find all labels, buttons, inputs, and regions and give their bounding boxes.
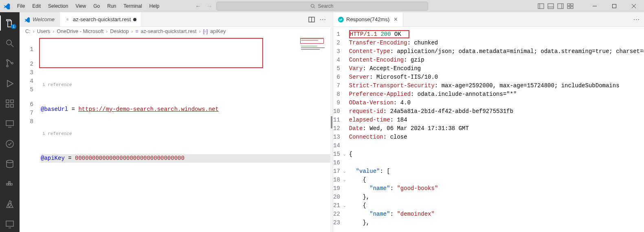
bc-seg[interactable]: az-search-quickstart.rest: [141, 29, 197, 34]
code-content-left[interactable]: 1 reference @baseUrl = https://my-demo-s…: [41, 36, 330, 232]
rest-file-icon: ≡: [65, 17, 70, 22]
fold-chevron-icon[interactable]: ⌄: [343, 201, 346, 210]
menu-run[interactable]: Run: [104, 2, 119, 11]
search-icon: [310, 4, 315, 9]
svg-rect-33: [6, 221, 13, 226]
tab-actions-right: ···: [629, 12, 644, 27]
nav-back-icon[interactable]: ←: [195, 3, 201, 9]
nav-arrows: ← →: [195, 3, 212, 9]
svg-rect-9: [571, 4, 573, 6]
more-actions-icon[interactable]: ···: [320, 16, 326, 23]
menu-help[interactable]: Help: [146, 2, 163, 11]
tab-rest-file[interactable]: ≡ az-search-quickstart.rest: [60, 12, 142, 27]
menu-go[interactable]: Go: [90, 2, 103, 11]
svg-point-27: [6, 140, 13, 148]
response-icon: ⇄: [338, 17, 344, 22]
svg-rect-21: [6, 100, 9, 103]
layout-sidebar-right-icon[interactable]: [557, 3, 564, 9]
window-maximize-button[interactable]: [606, 0, 623, 12]
svg-rect-10: [567, 7, 570, 9]
fold-chevron-icon[interactable]: ⌄: [343, 176, 346, 184]
vscode-icon: [24, 17, 30, 22]
activity-bar: 1: [0, 12, 20, 232]
tab-response[interactable]: ⇄ Response(742ms) ✕: [333, 12, 403, 27]
tab-label: Response(742ms): [346, 16, 389, 22]
svg-line-17: [11, 44, 13, 47]
fold-chevron-icon[interactable]: ⌄: [343, 167, 346, 176]
nav-forward-icon[interactable]: →: [207, 3, 212, 9]
editor-left[interactable]: 1 2 3 4 5 6 7 8 1 reference @baseUrl = h…: [20, 36, 330, 232]
title-bar-right: [538, 0, 642, 12]
activity-explorer[interactable]: 1: [0, 15, 20, 31]
editor-right[interactable]: 1234567891011121314151617181920212223 HT…: [333, 27, 644, 232]
codelens-ref[interactable]: 1 reference: [41, 82, 330, 88]
bc-seg[interactable]: Desktop: [110, 29, 129, 34]
svg-rect-6: [558, 4, 563, 9]
activity-source-control[interactable]: [0, 56, 20, 71]
close-icon[interactable]: ✕: [393, 16, 398, 22]
activity-database[interactable]: [0, 157, 20, 172]
activity-azure[interactable]: [0, 197, 20, 212]
menu-edit[interactable]: Edit: [29, 2, 44, 11]
tab-label: az-search-quickstart.rest: [73, 16, 131, 22]
symbol-field-icon: [▫]: [203, 29, 208, 34]
svg-rect-23: [6, 104, 9, 107]
split-editor-icon[interactable]: [308, 16, 315, 23]
svg-rect-29: [7, 183, 8, 185]
svg-rect-13: [613, 4, 616, 8]
activity-remote[interactable]: [0, 116, 20, 131]
gutter-left: 1 2 3 4 5 6 7 8: [20, 36, 41, 232]
activity-search[interactable]: [0, 35, 20, 51]
svg-point-18: [7, 60, 8, 61]
fold-chevron-icon[interactable]: ⌄: [343, 150, 346, 159]
tab-actions-left: ···: [304, 12, 330, 27]
svg-point-28: [7, 160, 13, 163]
vscode-logo-icon: [0, 3, 14, 9]
svg-rect-24: [11, 104, 13, 107]
code-content-right[interactable]: HTTP/1.1 200 OKTransfer-Encoding: chunke…: [347, 27, 644, 232]
menu-view[interactable]: View: [72, 2, 89, 11]
svg-point-20: [11, 62, 13, 64]
activity-docker[interactable]: [0, 177, 20, 192]
bc-seg[interactable]: Users: [37, 29, 51, 34]
editor-group-right: ⇄ Response(742ms) ✕ ··· 1234567891011121…: [333, 12, 644, 232]
breadcrumb[interactable]: C:› Users› OneDrive - Microsoft› Desktop…: [20, 27, 330, 36]
window-close-button[interactable]: [625, 0, 642, 12]
svg-point-0: [311, 4, 314, 8]
tabs-left: Welcome ≡ az-search-quickstart.rest ···: [20, 12, 330, 27]
tab-welcome[interactable]: Welcome: [20, 12, 60, 27]
tab-label: Welcome: [33, 16, 55, 22]
svg-rect-4: [548, 4, 554, 9]
svg-point-16: [7, 40, 11, 45]
menu-selection[interactable]: Selection: [45, 2, 71, 11]
layout-sidebar-left-icon[interactable]: [538, 3, 544, 9]
command-center-search[interactable]: Search: [216, 2, 428, 11]
menu-terminal[interactable]: Terminal: [120, 2, 145, 11]
activity-remote-explorer[interactable]: [0, 217, 20, 232]
activity-testing[interactable]: [0, 136, 20, 151]
editor-group-left: Welcome ≡ az-search-quickstart.rest ··· …: [20, 12, 330, 232]
rest-file-icon: ≡: [135, 29, 138, 34]
svg-rect-30: [9, 183, 10, 185]
menu-file[interactable]: File: [14, 2, 28, 11]
codelens-ref[interactable]: 1 reference: [41, 131, 330, 137]
more-actions-icon[interactable]: ···: [633, 16, 640, 23]
explorer-badge: 1: [11, 24, 16, 29]
activity-extensions[interactable]: [0, 96, 20, 111]
layout-customize-icon[interactable]: [567, 3, 574, 9]
editor-sash[interactable]: [330, 12, 333, 232]
modified-indicator-icon: [133, 18, 136, 21]
layout-panel-icon[interactable]: [547, 3, 554, 9]
svg-line-1: [314, 7, 315, 8]
bc-seg[interactable]: apiKey: [210, 29, 226, 34]
main-menu: File Edit Selection View Go Run Terminal…: [14, 2, 163, 11]
title-bar: File Edit Selection View Go Run Terminal…: [0, 0, 644, 12]
svg-rect-32: [9, 181, 10, 183]
bc-seg[interactable]: OneDrive - Microsoft: [57, 29, 104, 34]
svg-point-19: [7, 65, 8, 67]
highlight-box-vars: [39, 38, 263, 68]
activity-run-debug[interactable]: [0, 76, 20, 91]
bc-seg[interactable]: C:: [25, 29, 31, 34]
svg-rect-22: [11, 100, 13, 103]
window-minimize-button[interactable]: [586, 0, 603, 12]
